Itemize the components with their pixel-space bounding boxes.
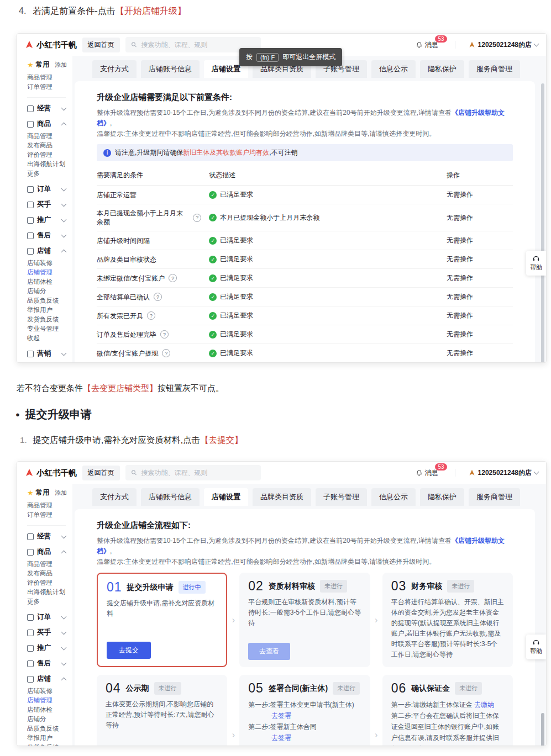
scrollbar[interactable] xyxy=(541,713,544,746)
table-row: 全部结算单已确认?✓已满足要求无需操作 xyxy=(97,288,513,306)
sidebar-item-shop-manage[interactable]: 店铺管理 xyxy=(27,268,72,277)
tab-service-provider[interactable]: 服务商管理 xyxy=(469,488,520,506)
sidebar-item[interactable]: 出海领航计划 xyxy=(27,588,72,597)
keycap: (fn) F xyxy=(256,53,279,62)
sidebar-section-promotion[interactable]: 推广 xyxy=(27,215,72,225)
sidebar-add-button[interactable]: 添加 xyxy=(55,61,67,69)
list-number: 4. xyxy=(19,6,26,15)
search-input[interactable] xyxy=(140,40,255,49)
sidebar-item[interactable]: 发货负反馈 xyxy=(27,315,72,324)
sidebar-item[interactable]: 举报用户 xyxy=(27,733,72,743)
sidebar-item[interactable]: 更多 xyxy=(27,597,72,606)
help-button[interactable]: 帮助 xyxy=(526,251,546,276)
sidebar-section-promotion[interactable]: 推广 xyxy=(27,643,72,653)
status-badge: 未进行 xyxy=(447,580,474,593)
message-count-badge: 53 xyxy=(435,463,447,470)
question-icon[interactable]: ? xyxy=(162,349,170,357)
go-pay-link[interactable]: 去缴纳 xyxy=(474,701,494,709)
sidebar-section-aftersale[interactable]: 售后 xyxy=(27,231,72,240)
sidebar-section-order[interactable]: 订单 xyxy=(27,612,72,622)
section-title: 提交升级申请 xyxy=(25,407,92,422)
sidebar-item[interactable]: 商品管理 xyxy=(27,131,72,141)
sidebar-item[interactable]: 品质负反馈 xyxy=(27,724,72,733)
table-row: 未绑定微信/支付宝账户?✓已满足要求无需操作 xyxy=(97,269,513,288)
question-icon[interactable]: ? xyxy=(169,274,177,282)
sidebar-section-buyer[interactable]: 买手 xyxy=(27,628,72,637)
go-sign-link[interactable]: 去签署 xyxy=(271,734,291,742)
tab-shop-settings[interactable]: 店铺设置 xyxy=(204,488,248,506)
sidebar-section-marketing[interactable]: 营销 xyxy=(27,349,72,358)
store-switcher[interactable]: 12025021248的店 xyxy=(469,468,538,478)
tab-payment[interactable]: 支付方式 xyxy=(92,488,137,506)
tab-subaccount[interactable]: 子账号管理 xyxy=(316,488,367,506)
go-submit-button[interactable]: 去提交 xyxy=(107,642,151,659)
go-sign-link[interactable]: 去签署 xyxy=(271,712,291,720)
tab-brand-category[interactable]: 品牌类目资质 xyxy=(253,488,311,506)
sidebar-item[interactable]: 店铺分 xyxy=(27,715,72,724)
sidebar-add-button[interactable]: 添加 xyxy=(55,489,67,497)
sidebar: ★ 常用 添加 商品管理 订单管理 经营 商品 商品管理 发布商品 评价管理 出… xyxy=(17,484,72,746)
sidebar-item[interactable]: 商品管理 xyxy=(27,559,72,569)
sidebar-section-aftersale[interactable]: 售后 xyxy=(27,659,72,668)
sidebar-item[interactable]: 发布商品 xyxy=(27,141,72,150)
aftersale-icon xyxy=(27,660,34,667)
sidebar-item[interactable]: 店铺分 xyxy=(27,287,72,296)
check-icon: ✓ xyxy=(209,191,217,199)
question-icon[interactable]: ? xyxy=(193,214,201,222)
sidebar-item-goods-manage[interactable]: 商品管理 xyxy=(27,73,72,82)
sidebar-item[interactable]: 品质负反馈 xyxy=(27,296,72,305)
back-home-button[interactable]: 返回首页 xyxy=(82,38,120,52)
status-badge: 进行中 xyxy=(179,581,206,594)
sidebar-section-buyer[interactable]: 买手 xyxy=(27,200,72,209)
question-icon[interactable]: ? xyxy=(160,330,169,339)
tab-service-provider[interactable]: 服务商管理 xyxy=(469,60,520,78)
scrollbar[interactable] xyxy=(541,83,544,362)
sidebar-item[interactable]: 专业号管理 xyxy=(27,324,72,334)
store-switcher[interactable]: 12025021248的店 xyxy=(469,40,538,50)
bullet-icon: ● xyxy=(15,410,20,419)
sidebar-item[interactable]: 店铺装修 xyxy=(27,686,72,696)
sidebar-item[interactable]: 评价管理 xyxy=(27,150,72,160)
goods-icon xyxy=(27,549,34,556)
sidebar-item[interactable]: 评价管理 xyxy=(27,578,72,588)
sidebar-item[interactable]: 店铺体检 xyxy=(27,705,72,715)
messages-button[interactable]: 消息 53 xyxy=(416,40,438,50)
sidebar-section-manage[interactable]: 经营 xyxy=(27,104,72,113)
sidebar-item[interactable]: 发货负反馈 xyxy=(27,743,72,746)
sidebar-item-goods-manage[interactable]: 商品管理 xyxy=(27,501,72,510)
sidebar-item[interactable]: 更多 xyxy=(27,169,72,178)
tab-privacy[interactable]: 隐私保护 xyxy=(420,60,464,78)
tab-privacy[interactable]: 隐私保护 xyxy=(420,488,464,506)
tab-account-info[interactable]: 店铺账号信息 xyxy=(141,60,200,78)
sidebar-item[interactable]: 发布商品 xyxy=(27,569,72,578)
sidebar-item[interactable]: 出海领航计划 xyxy=(27,160,72,169)
tab-account-info[interactable]: 店铺账号信息 xyxy=(141,488,200,506)
table-row: 品牌及类目审核状态✓已满足要求无需操作 xyxy=(97,250,513,269)
sidebar-section-manage[interactable]: 经营 xyxy=(27,532,72,541)
sidebar-section-goods[interactable]: 商品 xyxy=(27,119,72,129)
sidebar-item-collapse[interactable]: 收起 xyxy=(27,334,72,343)
sidebar-item-order-manage[interactable]: 订单管理 xyxy=(27,82,72,92)
sidebar-item[interactable]: 举报用户 xyxy=(27,305,72,315)
tab-info-disclosure[interactable]: 信息公示 xyxy=(371,488,416,506)
sidebar-item[interactable]: 店铺装修 xyxy=(27,258,72,268)
check-icon: ✓ xyxy=(209,350,217,357)
search-input[interactable] xyxy=(140,468,255,477)
go-view-button[interactable]: 去查看 xyxy=(248,643,290,660)
tab-payment[interactable]: 支付方式 xyxy=(92,60,137,78)
question-icon[interactable]: ? xyxy=(147,311,155,320)
back-home-button[interactable]: 返回首页 xyxy=(82,466,120,480)
sidebar-section-order[interactable]: 订单 xyxy=(27,184,72,194)
tab-info-disclosure[interactable]: 信息公示 xyxy=(371,60,416,78)
sidebar-section-shop[interactable]: 店铺 xyxy=(27,674,72,684)
question-icon[interactable]: ? xyxy=(154,293,162,301)
sidebar-item[interactable]: 店铺体检 xyxy=(27,277,72,287)
messages-button[interactable]: 消息 53 xyxy=(416,468,438,478)
sidebar-item-order-manage[interactable]: 订单管理 xyxy=(27,510,72,520)
sidebar: ★ 常用 添加 商品管理 订单管理 经营 商品 商品管理 发布商品 评价管理 出… xyxy=(17,56,72,362)
sidebar-section-shop[interactable]: 店铺 xyxy=(27,246,72,256)
search-box[interactable] xyxy=(125,465,261,480)
help-button[interactable]: 帮助 xyxy=(526,635,546,659)
sidebar-item-shop-manage[interactable]: 店铺管理 xyxy=(27,696,72,705)
sidebar-section-goods[interactable]: 商品 xyxy=(27,547,72,557)
